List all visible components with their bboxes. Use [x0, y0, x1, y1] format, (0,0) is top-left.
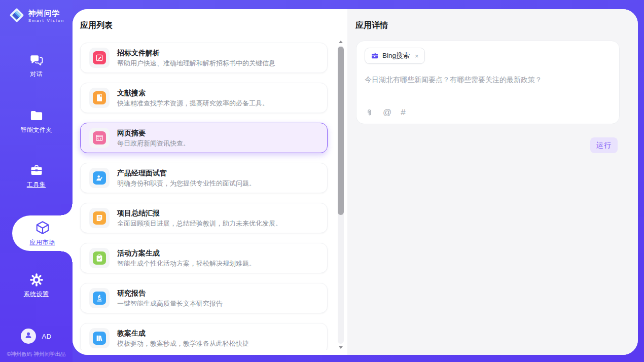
brand-logo-icon: [8, 7, 25, 26]
app-card-description: 模板驱动，教案秒成，教学准备从此轻松快捷: [117, 339, 249, 348]
scrollbar-thumb[interactable]: [338, 47, 344, 215]
sidebar-item-smart-folder[interactable]: 智能文件夹: [0, 108, 73, 134]
prompt-input[interactable]: 今日湖北有哪些新闻要点？有哪些需要关注的最新政策？: [365, 75, 611, 104]
scrollbar[interactable]: [337, 40, 344, 350]
sidebar-item-system-settings[interactable]: 系统设置: [0, 273, 73, 299]
mention-icon[interactable]: @: [383, 107, 391, 118]
copyright-text: ©神州数码·神州问学出品: [0, 351, 73, 358]
sidebar-item-label: 对话: [30, 70, 43, 79]
user-avatar-icon: [24, 331, 33, 342]
brand-name: 神州问学: [28, 10, 65, 18]
scroll-down-arrow[interactable]: [339, 346, 343, 349]
app-card-description: 每日政府新闻资讯快查。: [117, 139, 190, 148]
app-card-title: 网页摘要: [117, 129, 190, 137]
app-card-title: 文献搜索: [117, 89, 269, 97]
app-detail-title: 应用详情: [355, 20, 388, 31]
toolbox-icon: [29, 163, 44, 177]
app-card-description: 帮助用户快速、准确地理解和解析招标书中的关键信息: [117, 59, 275, 67]
app-list: 招标文件解析 帮助用户快速、准确地理解和解析招标书中的关键信息 文献搜索 快速精…: [73, 40, 347, 350]
app-card[interactable]: 招标文件解析 帮助用户快速、准确地理解和解析招标书中的关键信息: [80, 43, 328, 73]
app-card-description: 全面回顾项目进展，总结经验教训，助力未来优化发展。: [117, 219, 282, 228]
main-panel: 应用列表 招标文件解析 帮助用户快速、准确地理解和解析招标书中的关键信息 文献搜…: [73, 9, 638, 355]
notepad-icon: [89, 208, 110, 228]
tool-tag[interactable]: Bing搜索 ×: [365, 48, 425, 64]
gear-icon: [29, 273, 44, 287]
clipboard-check-icon: [89, 248, 110, 268]
app-card-title: 教案生成: [117, 329, 249, 338]
sidebar: 神州问学 Smart Vision 对话 智能文件夹 工具集 应用市场 系统设置…: [0, 0, 73, 362]
hash-icon[interactable]: #: [401, 107, 405, 118]
cube-icon: [35, 220, 50, 235]
scroll-up-arrow[interactable]: [339, 41, 343, 43]
sidebar-item-label: 应用市场: [30, 238, 55, 247]
user-avatar: [21, 329, 36, 344]
tool-tag-label: Bing搜索: [382, 51, 410, 60]
app-logo: 神州问学 Smart Vision: [0, 7, 73, 26]
sidebar-item-label: 工具集: [27, 180, 46, 189]
chat-icon: [29, 53, 44, 67]
books-icon: [89, 328, 110, 348]
app-card[interactable]: 研究报告 一键智能生成高质量长文本研究报告: [80, 283, 328, 313]
user-profile[interactable]: AD: [0, 329, 73, 344]
app-card[interactable]: 活动方案生成 智能生成个性化活动方案，轻松解决规划难题。: [80, 243, 328, 273]
pen-edit-icon: [89, 48, 110, 68]
paperclip-icon[interactable]: [365, 108, 374, 117]
app-card-title: 招标文件解析: [117, 49, 275, 57]
app-card-description: 智能生成个性化活动方案，轻松解决规划难题。: [117, 259, 256, 268]
sidebar-item-toolset[interactable]: 工具集: [0, 163, 73, 189]
tag-close-icon[interactable]: ×: [415, 52, 419, 60]
app-card[interactable]: 教案生成 模板驱动，教案秒成，教学准备从此轻松快捷: [80, 323, 328, 350]
sidebar-item-chat[interactable]: 对话: [0, 53, 73, 79]
app-detail-panel: 应用详情 Bing搜索 × 今日湖北有哪些新闻要点？有哪些需要关注的最新政策？: [347, 9, 638, 355]
prompt-toolbar: @ #: [365, 107, 406, 118]
app-card-description: 一键智能生成高质量长文本研究报告: [117, 299, 223, 308]
sidebar-item-label: 系统设置: [24, 290, 49, 299]
app-card-title: 项目总结汇报: [117, 209, 282, 218]
user-initials: AD: [42, 333, 51, 340]
browser-icon: [89, 128, 110, 148]
app-card-description: 明确身份和职责，为您提供专业性的面试问题。: [117, 179, 256, 188]
app-card[interactable]: 项目总结汇报 全面回顾项目进展，总结经验教训，助力未来优化发展。: [80, 203, 328, 233]
app-card-description: 快速精准查找学术资源，提高研究效率的必备工具。: [117, 99, 269, 107]
app-card[interactable]: 网页摘要 每日政府新闻资讯快查。: [80, 123, 328, 153]
app-list-panel: 应用列表 招标文件解析 帮助用户快速、准确地理解和解析招标书中的关键信息 文献搜…: [73, 9, 347, 355]
book-icon: [89, 88, 110, 108]
app-card-title: 研究报告: [117, 289, 223, 298]
sidebar-item-label: 智能文件夹: [20, 126, 52, 134]
app-card[interactable]: 产品经理面试官 明确身份和职责，为您提供专业性的面试问题。: [80, 163, 328, 193]
microscope-icon: [89, 288, 110, 308]
brand-subtitle: Smart Vision: [28, 19, 65, 23]
app-card[interactable]: 文献搜索 快速精准查找学术资源，提高研究效率的必备工具。: [80, 83, 328, 113]
interviewer-icon: [89, 168, 110, 188]
folder-icon: [29, 108, 44, 123]
briefcase-icon: [371, 52, 379, 60]
run-button[interactable]: 运行: [590, 137, 618, 153]
prompt-card: Bing搜索 × 今日湖北有哪些新闻要点？有哪些需要关注的最新政策？ @ #: [356, 41, 620, 124]
app-card-title: 活动方案生成: [117, 249, 256, 258]
app-list-title: 应用列表: [80, 20, 113, 31]
sidebar-item-app-market[interactable]: 应用市场: [12, 215, 73, 251]
app-card-title: 产品经理面试官: [117, 169, 256, 177]
